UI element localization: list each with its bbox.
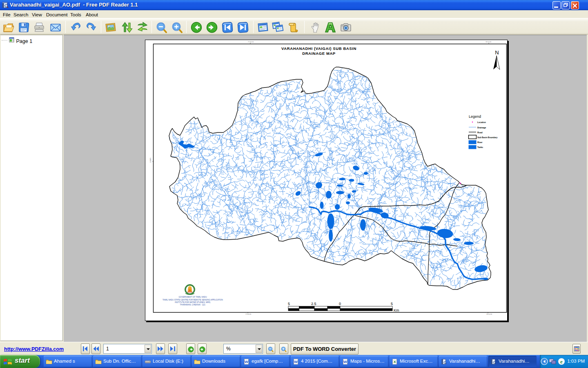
svg-text:78°15'0"E: 78°15'0"E — [486, 314, 492, 315]
svg-text:River: River — [477, 141, 483, 144]
svg-text:2.5: 2.5 — [311, 302, 316, 306]
svg-text:W: W — [245, 360, 248, 364]
svg-text:N: N — [495, 49, 499, 56]
svg-text:Drainage: Drainage — [477, 126, 486, 129]
svg-text:VARAHANADHI (VAIGAI) SUB BASIN: VARAHANADHI (VAIGAI) SUB BASIN — [281, 46, 356, 51]
svg-text:5: 5 — [391, 302, 393, 306]
svg-text:Road: Road — [477, 131, 483, 134]
svg-text:DRAINAGE MAP: DRAINAGE MAP — [302, 51, 336, 56]
svg-text:5: 5 — [288, 302, 290, 306]
svg-text:0: 0 — [339, 302, 341, 306]
svg-text:TAMIL NADU STATE CENTRE FOR RE: TAMIL NADU STATE CENTRE FOR REMOTE SENSI… — [163, 299, 223, 301]
svg-text:78°15'0"E: 78°15'0"E — [486, 41, 491, 43]
svg-text:INSTITUTE FOR WATER STUDIES, W: INSTITUTE FOR WATER STUDIES, WRD, — [175, 301, 211, 303]
svg-text:77°45'0"E: 77°45'0"E — [248, 41, 254, 43]
svg-text:X: X — [393, 360, 396, 364]
svg-text:Sub Basin Boundary: Sub Basin Boundary — [477, 136, 497, 139]
svg-text:W: W — [343, 360, 347, 364]
svg-text:THARAMANI, CHENNAI - 113.: THARAMANI, CHENNAI - 113. — [180, 304, 206, 306]
svg-text:Legend: Legend — [469, 114, 481, 119]
svg-text:GOVERNMENT OF TAMIL NADU: GOVERNMENT OF TAMIL NADU — [179, 296, 207, 298]
svg-text:12°0'0"N: 12°0'0"N — [150, 157, 151, 163]
svg-text:Km: Km — [394, 308, 399, 312]
svg-text:Location: Location — [477, 121, 486, 123]
svg-text:Tanks: Tanks — [477, 146, 483, 148]
svg-text:77°45'0"E: 77°45'0"E — [245, 314, 251, 315]
svg-text:e: e — [560, 359, 563, 365]
svg-text:W: W — [294, 360, 298, 364]
